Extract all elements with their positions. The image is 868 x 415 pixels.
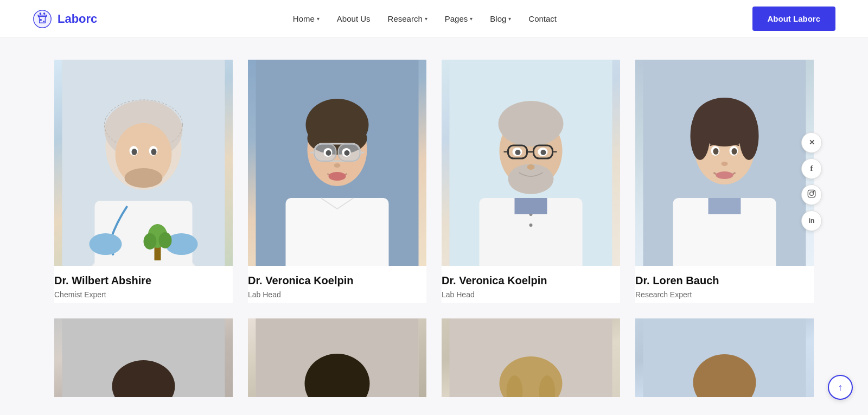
svg-point-54 <box>515 150 521 155</box>
nav-item-home[interactable]: Home ▾ <box>293 14 320 23</box>
about-laborc-button[interactable]: About Laborc <box>752 7 836 31</box>
logo[interactable]: Laborc <box>33 9 97 29</box>
person-silhouette-8 <box>635 318 814 397</box>
scroll-to-top-button[interactable]: ↑ <box>828 375 853 400</box>
team-member-name-3: Dr. Veronica Koelpin <box>442 274 620 287</box>
svg-point-38 <box>334 163 341 168</box>
linkedin-button[interactable]: in <box>801 210 822 231</box>
logo-icon <box>33 9 52 29</box>
svg-point-4 <box>40 12 42 14</box>
svg-point-5 <box>43 12 46 14</box>
navbar: Laborc Home ▾ About Us Research ▾ Pages … <box>0 0 868 38</box>
chevron-icon: ▾ <box>508 16 511 22</box>
svg-point-22 <box>144 233 157 250</box>
svg-rect-44 <box>515 198 547 214</box>
team-photo-6 <box>248 318 426 397</box>
team-member-role-1: Chemist Expert <box>54 290 233 299</box>
nav-about-label: About Us <box>337 14 371 23</box>
nav-item-contact[interactable]: Contact <box>528 14 557 23</box>
svg-point-70 <box>716 171 733 179</box>
team-photo-8 <box>635 318 814 397</box>
team-member-role-4: Research Expert <box>635 290 814 299</box>
nav-item-blog[interactable]: Blog ▾ <box>490 14 511 23</box>
team-card-7 <box>442 318 620 397</box>
svg-point-23 <box>159 232 172 248</box>
team-card-info-2: Dr. Veronica Koelpin Lab Head <box>248 266 426 303</box>
nav-contact-label: Contact <box>528 14 557 23</box>
nav-links: Home ▾ About Us Research ▾ Pages ▾ Blog <box>293 14 557 23</box>
svg-point-67 <box>713 148 719 155</box>
main-content: Dr. Wilbert Abshire Chemist Expert <box>0 38 868 415</box>
twitter-icon: ✕ <box>809 138 815 146</box>
facebook-icon: f <box>810 164 813 173</box>
person-silhouette-2 <box>248 60 426 266</box>
svg-point-0 <box>34 10 51 27</box>
team-photo-4 <box>635 60 814 266</box>
team-photo-5 <box>54 318 233 397</box>
chevron-icon: ▾ <box>425 16 427 22</box>
team-card-info-3: Dr. Veronica Koelpin Lab Head <box>442 266 620 303</box>
team-photo-7 <box>442 318 620 397</box>
chevron-icon: ▾ <box>470 16 473 22</box>
team-photo-3 <box>442 60 620 266</box>
team-card-info-1: Dr. Wilbert Abshire Chemist Expert <box>54 266 233 303</box>
team-member-name-1: Dr. Wilbert Abshire <box>54 274 233 287</box>
svg-rect-8 <box>95 201 193 266</box>
svg-point-16 <box>132 149 137 155</box>
instagram-icon <box>807 189 816 200</box>
nav-home-label: Home <box>293 14 315 23</box>
svg-point-39 <box>329 172 346 181</box>
team-member-name-2: Dr. Veronica Koelpin <box>248 274 426 287</box>
team-member-name-4: Dr. Loren Bauch <box>635 274 814 287</box>
twitter-button[interactable]: ✕ <box>801 132 822 153</box>
person-silhouette-6 <box>248 318 426 397</box>
social-overlay: ✕ f in <box>801 132 822 231</box>
svg-point-2 <box>43 21 44 22</box>
team-card-5 <box>54 318 233 397</box>
person-silhouette-3 <box>442 60 620 266</box>
person-silhouette-5 <box>54 318 233 397</box>
svg-point-73 <box>813 191 814 192</box>
svg-point-63 <box>739 111 759 160</box>
person-silhouette-1 <box>54 60 233 266</box>
team-card-4: ✕ f in <box>635 60 814 303</box>
person-silhouette-4 <box>635 60 814 266</box>
svg-point-17 <box>151 149 157 155</box>
svg-point-57 <box>527 164 535 170</box>
team-photo-1 <box>54 60 233 266</box>
svg-point-36 <box>326 150 331 156</box>
linkedin-icon: in <box>809 217 815 225</box>
svg-point-1 <box>40 19 42 21</box>
team-card-info-4: Dr. Loren Bauch Research Expert <box>635 266 814 303</box>
team-card-1: Dr. Wilbert Abshire Chemist Expert <box>54 60 233 303</box>
svg-rect-60 <box>709 198 741 214</box>
svg-point-37 <box>344 150 350 156</box>
chevron-icon: ▾ <box>317 16 320 22</box>
nav-blog-label: Blog <box>490 14 506 23</box>
nav-item-research[interactable]: Research ▾ <box>388 14 427 23</box>
team-grid-row1: Dr. Wilbert Abshire Chemist Expert <box>54 60 814 303</box>
team-card-8 <box>635 318 814 397</box>
svg-point-69 <box>722 162 728 166</box>
nav-pages-label: Pages <box>445 14 468 23</box>
team-card-3: Dr. Veronica Koelpin Lab Head <box>442 60 620 303</box>
nav-item-pages[interactable]: Pages ▾ <box>445 14 473 23</box>
nav-item-about[interactable]: About Us <box>337 14 371 23</box>
svg-point-43 <box>529 224 533 227</box>
svg-point-46 <box>499 101 564 146</box>
svg-point-68 <box>732 148 737 155</box>
person-silhouette-7 <box>442 318 620 397</box>
facebook-button[interactable]: f <box>801 158 822 179</box>
brand-name: Laborc <box>58 12 97 26</box>
team-photo-2 <box>248 60 426 266</box>
team-grid-row2 <box>54 318 814 397</box>
svg-point-55 <box>541 150 546 155</box>
svg-point-18 <box>90 233 122 255</box>
team-card-6 <box>248 318 426 397</box>
svg-point-64 <box>691 111 710 160</box>
team-member-role-2: Lab Head <box>248 290 426 299</box>
nav-research-label: Research <box>388 14 423 23</box>
team-card-2: Dr. Veronica Koelpin Lab Head <box>248 60 426 303</box>
svg-point-13 <box>125 168 163 188</box>
instagram-button[interactable] <box>801 184 822 205</box>
